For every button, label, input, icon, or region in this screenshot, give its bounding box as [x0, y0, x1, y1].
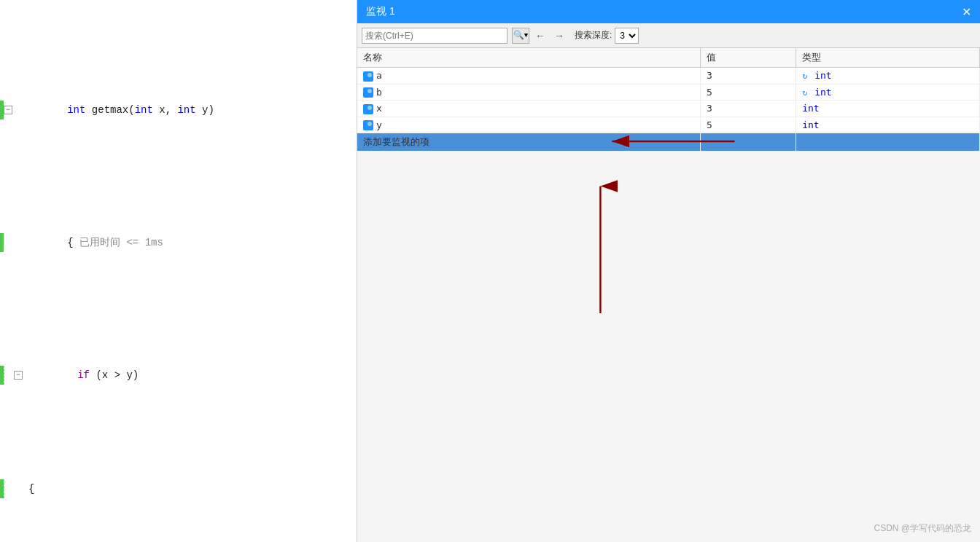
add-watch-value-cell [700, 133, 796, 152]
table-row[interactable]: x 3 int [357, 101, 980, 117]
dashed-1 [4, 366, 14, 385]
var-type-b: ↻ int [796, 84, 980, 101]
col-header-name: 名称 [357, 48, 700, 68]
nav-forward-button[interactable]: → [551, 30, 567, 42]
code-panel: － int getmax(int x, int y) { 已用时间 <= 1ms… [0, 0, 357, 542]
var-value-x: 3 [700, 101, 796, 117]
add-watch-row[interactable]: 添加要监视的项 [357, 133, 980, 152]
dropdown-icon: ▼ [524, 32, 528, 39]
refresh-icon-a: ↻ [802, 71, 807, 81]
code-line-3: － if (x > y) [0, 347, 357, 404]
var-value-y: 5 [700, 117, 796, 133]
var-name-y: y [357, 117, 700, 133]
col-header-type: 类型 [796, 48, 980, 68]
watch-toolbar: 🔍 ▼ ← → 搜索深度: 3 1 2 4 5 [357, 23, 980, 48]
table-row[interactable]: b 5 ↻ int [357, 84, 980, 101]
var-icon-x [363, 104, 373, 114]
search-icon: 🔍 [513, 30, 524, 41]
code-content: － int getmax(int x, int y) { 已用时间 <= 1ms… [0, 0, 357, 542]
watermark: CSDN @学写代码的恐龙 [874, 522, 971, 535]
dashed-2 [4, 479, 14, 498]
search-button[interactable]: 🔍 ▼ [512, 28, 529, 44]
var-type-a: ↻ int [796, 68, 980, 85]
watch-body: 名称 值 类型 a 3 ↻ int [357, 48, 980, 542]
code-line-2: { 已用时间 <= 1ms [0, 214, 357, 271]
code-line-1: － int getmax(int x, int y) [0, 82, 357, 138]
var-icon-a [363, 71, 373, 82]
var-type-y: int [796, 117, 980, 133]
var-name-a: a [357, 68, 700, 85]
watch-title-bar: 监视 1 ✕ [357, 0, 980, 23]
nav-back-button[interactable]: ← [532, 30, 548, 42]
line-text-3: if (x > y) [24, 347, 139, 404]
var-icon-b [363, 87, 373, 98]
var-icon-y [363, 120, 373, 130]
var-name-x: x [357, 101, 700, 117]
line-text-1: int getmax(int x, int y) [14, 82, 214, 138]
search-box[interactable] [362, 28, 508, 44]
table-row[interactable]: a 3 ↻ int [357, 68, 980, 85]
green-bar [0, 233, 4, 252]
line-text-2: { 已用时间 <= 1ms [14, 214, 163, 271]
add-watch-label[interactable]: 添加要监视的项 [357, 133, 700, 152]
table-header-row: 名称 值 类型 [357, 48, 980, 68]
depth-label: 搜索深度: [575, 29, 612, 42]
refresh-icon-b: ↻ [802, 87, 807, 98]
depth-select[interactable]: 3 1 2 4 5 [615, 28, 639, 44]
code-line-4: { [0, 479, 357, 498]
table-row[interactable]: y 5 int [357, 117, 980, 133]
collapse-icon-1[interactable]: － [4, 106, 12, 114]
col-header-value: 值 [700, 48, 796, 68]
line-text-4: { [24, 479, 34, 498]
var-name-b: b [357, 84, 700, 101]
watch-panel: 监视 1 ✕ 🔍 ▼ ← → 搜索深度: 3 1 2 4 5 名称 [357, 0, 980, 542]
watch-table: 名称 值 类型 a 3 ↻ int [357, 48, 980, 152]
search-input[interactable] [365, 31, 475, 41]
var-value-b: 5 [700, 84, 796, 101]
add-watch-type-cell [796, 133, 980, 152]
watch-table-container: 名称 值 类型 a 3 ↻ int [357, 48, 980, 152]
var-type-x: int [796, 101, 980, 117]
var-value-a: 3 [700, 68, 796, 85]
watch-title: 监视 1 [366, 5, 395, 18]
collapse-icon-3[interactable]: － [14, 371, 23, 380]
close-icon[interactable]: ✕ [962, 5, 971, 19]
